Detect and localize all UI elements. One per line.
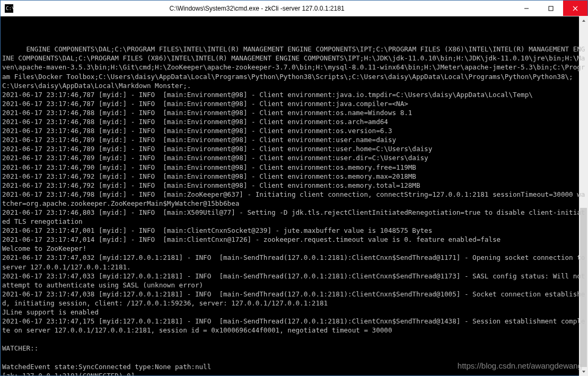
terminal-line: 2021-06-17 23:17:46,803 [myid:] - INFO [… xyxy=(2,208,586,226)
terminal-path-block: ENGINE COMPONENTS\DAL;C:\PROGRAM FILES\I… xyxy=(2,45,585,89)
cmd-window: C:\ C:\Windows\System32\cmd.exe - zkCli … xyxy=(0,0,588,376)
close-icon xyxy=(573,6,578,11)
terminal-line: 2021-06-17 23:17:47,038 [myid:127.0.0.1:… xyxy=(2,290,586,308)
maximize-button[interactable] xyxy=(539,1,563,16)
cmd-icon: C:\ xyxy=(5,4,13,13)
titlebar[interactable]: C:\ C:\Windows\System32\cmd.exe - zkCli … xyxy=(1,1,587,16)
terminal-line: 2021-06-17 23:17:46,789 [myid:] - INFO [… xyxy=(2,153,586,162)
terminal-line xyxy=(2,353,586,362)
svg-text:C:\: C:\ xyxy=(6,6,13,11)
terminal-line: 2021-06-17 23:17:47,032 [myid:127.0.0.1:… xyxy=(2,253,586,271)
close-button[interactable] xyxy=(563,1,587,16)
terminal-line: 2021-06-17 23:17:46,787 [myid:] - INFO [… xyxy=(2,90,586,99)
terminal-line: 2021-06-17 23:17:46,792 [myid:] - INFO [… xyxy=(2,172,586,181)
window-title: C:\Windows\System32\cmd.exe - zkCli -ser… xyxy=(1,5,513,12)
terminal-line: 2021-06-17 23:17:46,788 [myid:] - INFO [… xyxy=(2,117,586,126)
terminal-line: 2021-06-17 23:17:46,798 [myid:] - INFO [… xyxy=(2,190,586,208)
minimize-button[interactable] xyxy=(514,1,539,16)
terminal-line: JLine support is enabled xyxy=(2,308,586,317)
terminal-line: WATCHER:: xyxy=(2,344,586,353)
terminal-line: 2021-06-17 23:17:46,790 [myid:] - INFO [… xyxy=(2,163,586,172)
terminal-line: 2021-06-17 23:17:47,014 [myid:] - INFO [… xyxy=(2,235,586,244)
terminal-area[interactable]: ENGINE COMPONENTS\DAL;C:\PROGRAM FILES\I… xyxy=(1,16,587,375)
terminal-line: 2021-06-17 23:17:46,789 [myid:] - INFO [… xyxy=(2,135,586,144)
terminal-line: Welcome to ZooKeeper! xyxy=(2,244,586,253)
terminal-line: 2021-06-17 23:17:46,789 [myid:] - INFO [… xyxy=(2,144,586,153)
scroll-up-button[interactable] xyxy=(579,16,588,25)
svg-rect-3 xyxy=(549,6,553,11)
terminal-line: 2021-06-17 23:17:46,788 [myid:] - INFO [… xyxy=(2,126,586,135)
minimize-icon xyxy=(524,6,529,11)
terminal-log: 2021-06-17 23:17:46,787 [myid:] - INFO [… xyxy=(2,90,586,371)
terminal-line: 2021-06-17 23:17:47,175 [myid:127.0.0.1:… xyxy=(2,317,586,335)
svg-marker-6 xyxy=(582,20,585,22)
terminal-line: 2021-06-17 23:17:46,787 [myid:] - INFO [… xyxy=(2,99,586,108)
terminal-line: WatchedEvent state:SyncConnected type:No… xyxy=(2,362,586,371)
maximize-icon xyxy=(548,6,554,11)
terminal-line: 2021-06-17 23:17:46,792 [myid:] - INFO [… xyxy=(2,181,586,190)
terminal-line: 2021-06-17 23:17:47,001 [myid:] - INFO [… xyxy=(2,226,586,235)
terminal-line xyxy=(2,335,586,344)
terminal-line: 2021-06-17 23:17:47,033 [myid:127.0.0.1:… xyxy=(2,272,586,290)
window-controls xyxy=(514,1,587,16)
terminal-prompt: [zk: 127.0.0.1:2181(CONNECTED) 0] xyxy=(2,372,139,375)
terminal-line: 2021-06-17 23:17:46,788 [myid:] - INFO [… xyxy=(2,108,586,117)
chevron-up-icon xyxy=(582,19,586,23)
